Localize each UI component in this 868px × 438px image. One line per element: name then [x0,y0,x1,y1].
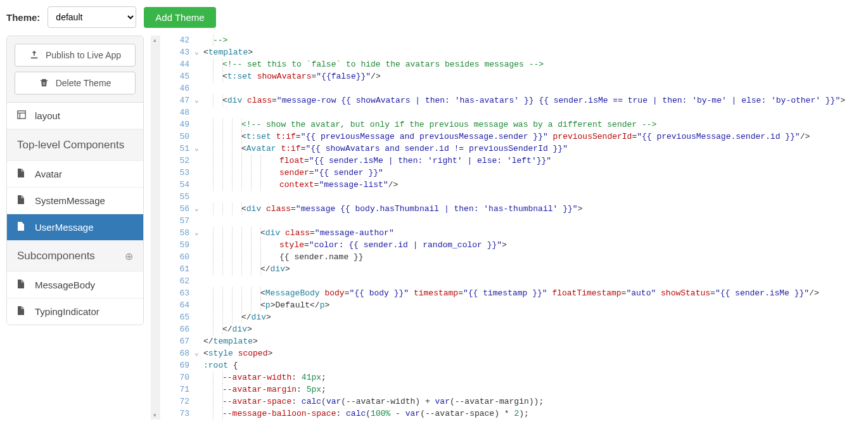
code-line[interactable]: <!-- set this to `false` to hide the ava… [203,58,868,70]
code-line[interactable] [203,82,868,94]
layout-label: layout [35,110,60,121]
item-label: SystemMessage [35,195,105,206]
file-icon [17,280,26,290]
sidebar-item-layout[interactable]: layout [7,103,143,129]
code-line[interactable]: --> [203,34,868,46]
sidebar-wrap: Publish to Live App Delete Theme layout … [0,29,160,420]
code-line[interactable]: <MessageBody body="{{ body }}" timestamp… [203,287,868,299]
publish-button[interactable]: Publish to Live App [15,44,136,67]
theme-label: Theme: [6,12,40,23]
delete-theme-button[interactable]: Delete Theme [15,72,136,94]
section-top-components: Top-level Components [7,129,143,161]
fold-marker[interactable]: ⌄ [193,143,203,155]
sub-components-list: MessageBodyTypingIndicator [7,272,143,325]
section-subcomponents: Subcomponents ⊕ [7,240,143,272]
theme-select[interactable]: default [48,6,136,28]
fold-marker[interactable]: ⌄ [193,227,203,239]
svg-rect-0 [18,111,25,119]
top-components-list: AvatarSystemMessageUserMessage [7,161,143,240]
code-line[interactable]: --message-balloon-space: calc(100% - var… [203,408,868,420]
sidebar-item-usermessage[interactable]: UserMessage [7,214,143,240]
delete-label: Delete Theme [56,78,112,88]
section-label: Subcomponents [17,250,95,262]
sidebar-item-messagebody[interactable]: MessageBody [7,272,143,299]
code-line[interactable]: --avatar-margin: 5px; [203,383,868,396]
code-editor[interactable]: 4243444546474849505152535455565758596061… [160,29,868,420]
code-line[interactable]: <t:set showAvatars="{{false}}"/> [203,70,868,82]
sidebar-buttons: Publish to Live App Delete Theme [7,36,143,103]
code-line[interactable] [203,191,868,203]
add-subcomponent-icon[interactable]: ⊕ [125,250,133,262]
code-line[interactable]: </div> [203,311,868,323]
code-line[interactable]: <template> [203,46,868,58]
layout-icon [17,110,26,121]
item-label: UserMessage [35,222,94,233]
code-line[interactable]: --avatar-width: 41px; [203,371,868,383]
code-line[interactable]: </div> [203,263,868,275]
main-area: Publish to Live App Delete Theme layout … [0,29,868,420]
code-line[interactable]: {{ sender.name }} [203,251,868,263]
code-line[interactable]: <!-- show the avatar, but only if the pr… [203,119,868,131]
code-line[interactable]: style="color: {{ sender.id | random_colo… [203,239,868,251]
sidebar: Publish to Live App Delete Theme layout … [6,35,144,325]
code-line[interactable]: <p>Default</p> [203,299,868,311]
sidebar-scrollbar[interactable] [151,35,160,420]
publish-label: Publish to Live App [46,50,121,60]
code-line[interactable]: </div> [203,323,868,335]
file-icon [17,195,26,206]
code-line[interactable]: <div class="message {{ body.hasThumbnail… [203,203,868,215]
file-icon [17,169,26,179]
fold-marker[interactable]: ⌄ [193,347,203,359]
item-label: MessageBody [35,280,95,290]
sidebar-item-avatar[interactable]: Avatar [7,161,143,188]
code-line[interactable] [203,275,868,287]
code-line[interactable]: :root { [203,359,868,371]
code-line[interactable] [203,215,868,227]
item-label: Avatar [35,169,62,179]
code-line[interactable]: context="message-list"/> [203,179,868,191]
trash-icon [39,78,49,89]
code-line[interactable]: <style scoped> [203,347,868,359]
line-gutter: 4243444546474849505152535455565758596061… [160,34,193,420]
fold-gutter[interactable]: ⌄⌄⌄⌄⌄⌄ [193,34,203,420]
fold-marker[interactable]: ⌄ [193,46,203,58]
top-bar: Theme: default Add Theme [0,0,868,29]
code-line[interactable] [203,106,868,119]
code-line[interactable]: <div class="message-row {{ showAvatars |… [203,94,868,106]
code-line[interactable]: <t:set t:if="{{ previousMessage and prev… [203,131,868,143]
fold-marker[interactable]: ⌄ [193,94,203,106]
code-line[interactable]: </template> [203,335,868,347]
code-line[interactable]: <div class="message-author" [203,227,868,239]
add-theme-button[interactable]: Add Theme [144,7,215,28]
file-icon [17,222,26,233]
item-label: TypingIndicator [35,306,99,317]
code-content[interactable]: --><template><!-- set this to `false` to… [203,34,868,420]
file-icon [17,306,26,317]
code-line[interactable]: sender="{{ sender }}" [203,167,868,179]
code-line[interactable]: <Avatar t:if="{{ showAvatars and sender.… [203,143,868,155]
code-line[interactable]: float="{{ sender.isMe | then: 'right' | … [203,155,868,167]
section-label: Top-level Components [17,139,124,151]
sidebar-item-typingindicator[interactable]: TypingIndicator [7,299,143,325]
fold-marker[interactable]: ⌄ [193,203,203,215]
sidebar-item-systemmessage[interactable]: SystemMessage [7,188,143,214]
upload-icon [29,50,39,61]
code-line[interactable]: --avatar-space: calc(var(--avatar-width)… [203,396,868,408]
